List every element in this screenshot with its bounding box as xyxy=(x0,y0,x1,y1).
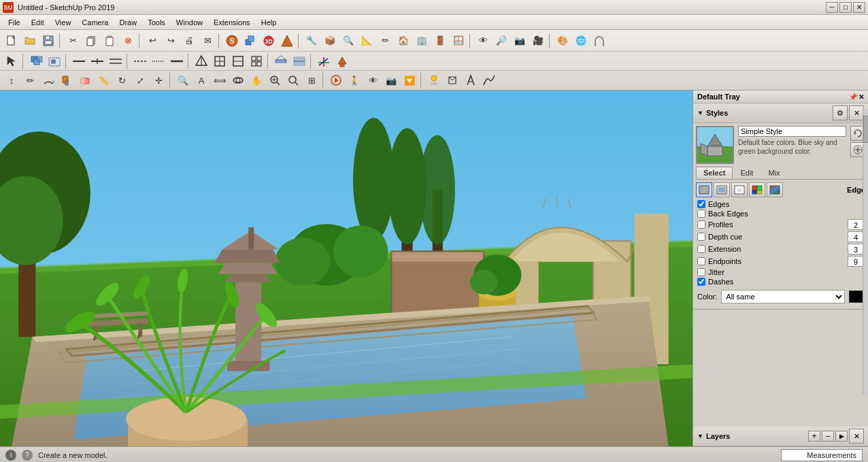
model-info-button[interactable]: S xyxy=(223,33,241,49)
back-edges-checkbox[interactable] xyxy=(697,210,705,218)
style-btn-2[interactable]: 🌐 xyxy=(572,33,590,49)
arc-tool[interactable] xyxy=(39,72,57,88)
tb-btn-11[interactable]: 🏢 xyxy=(413,33,431,49)
menu-draw[interactable]: Draw xyxy=(114,17,142,28)
paint-bucket-btn[interactable] xyxy=(333,53,351,69)
extension-checkbox[interactable] xyxy=(697,245,705,253)
camera-btn-2[interactable]: 🔎 xyxy=(493,33,510,49)
measurements-box[interactable]: Measurements xyxy=(781,449,863,461)
tb-btn-5[interactable]: 🔧 xyxy=(303,33,320,49)
depth-cue-label[interactable]: Depth cue xyxy=(708,233,845,241)
window-controls[interactable]: ─ □ ✕ xyxy=(826,2,865,13)
dotted-line-2[interactable] xyxy=(150,53,167,69)
jitter-checkbox[interactable] xyxy=(697,268,705,276)
tb-btn-8[interactable]: 📐 xyxy=(358,33,375,49)
eraser-tool[interactable] xyxy=(76,72,94,88)
menu-file[interactable]: File xyxy=(3,17,26,28)
paint-tool[interactable] xyxy=(58,72,76,88)
component-icon[interactable] xyxy=(27,53,45,69)
edge-icon-modeling[interactable] xyxy=(749,182,765,197)
layers-detail-button[interactable]: ▶ xyxy=(835,431,848,442)
menu-help[interactable]: Help xyxy=(256,17,282,28)
toolbar-extra-2[interactable] xyxy=(480,72,498,88)
profiles-label[interactable]: Profiles xyxy=(708,220,845,229)
view-btn-2[interactable] xyxy=(211,53,229,69)
section-btn-1[interactable] xyxy=(272,53,290,69)
tb-btn-10[interactable]: 🏠 xyxy=(395,33,412,49)
info-icon[interactable]: i xyxy=(5,450,16,461)
shadow-btn[interactable] xyxy=(425,72,443,88)
move-tool[interactable]: ✛ xyxy=(150,72,167,88)
camera-btn-4[interactable]: 🎥 xyxy=(529,33,547,49)
line-style-2[interactable] xyxy=(88,53,106,69)
print-button[interactable]: 🖨 xyxy=(180,33,198,49)
component-button[interactable] xyxy=(241,33,259,49)
erase-button[interactable]: ⊗ xyxy=(119,33,137,49)
tray-close-button[interactable]: ✕ xyxy=(858,93,864,101)
arch-button[interactable] xyxy=(590,33,608,49)
tb-btn-9[interactable]: ✏ xyxy=(376,33,394,49)
layers-controls[interactable]: + − ▶ ✕ xyxy=(808,429,864,444)
tab-edit[interactable]: Edit xyxy=(733,167,761,179)
style-btn-1[interactable]: 🎨 xyxy=(554,33,571,49)
text-tool[interactable]: A xyxy=(193,72,210,88)
menu-window[interactable]: Window xyxy=(171,17,208,28)
view-btn-3[interactable] xyxy=(229,53,247,69)
tray-controls[interactable]: 📌 ✕ xyxy=(849,93,864,101)
open-button[interactable] xyxy=(21,33,39,49)
camera-btn-1[interactable]: 👁 xyxy=(474,33,492,49)
view-btn-1[interactable] xyxy=(193,53,210,69)
endpoints-checkbox[interactable] xyxy=(697,257,705,265)
edge-icon-faces[interactable] xyxy=(696,182,712,197)
styles-panel-header[interactable]: ▼ Styles ⚙ ✕ xyxy=(693,103,868,123)
redo-button[interactable]: ↪ xyxy=(162,33,180,49)
help-icon[interactable]: ? xyxy=(22,450,33,461)
cut-button[interactable]: ✂ xyxy=(64,33,82,49)
tb-btn-6[interactable]: 📦 xyxy=(321,33,339,49)
color-swatch[interactable] xyxy=(849,291,864,303)
toolbar-extra-1[interactable] xyxy=(462,72,480,88)
tray-pin-button[interactable]: 📌 xyxy=(849,93,857,101)
menu-edit[interactable]: Edit xyxy=(26,17,50,28)
extension-warehouse-button[interactable] xyxy=(278,33,296,49)
layers-remove-button[interactable]: − xyxy=(822,431,834,442)
minimize-button[interactable]: ─ xyxy=(826,2,838,13)
edge-icon-watermark[interactable]: W xyxy=(731,182,748,197)
jitter-label[interactable]: Jitter xyxy=(708,268,864,276)
styles-options-button[interactable]: ⚙ xyxy=(833,105,848,120)
zoom-window-tool[interactable]: ⊞ xyxy=(303,72,320,88)
axes-btn[interactable] xyxy=(315,53,333,69)
dotted-line-1[interactable] xyxy=(131,53,149,69)
magnify-tool[interactable]: 🔍 xyxy=(174,72,192,88)
solid-line[interactable] xyxy=(168,53,186,69)
edge-icon-color[interactable] xyxy=(767,182,783,197)
section-btn-2[interactable] xyxy=(290,53,308,69)
scrollbar-thumb[interactable] xyxy=(863,116,868,143)
walkthrough-btn[interactable] xyxy=(444,72,461,88)
menu-view[interactable]: View xyxy=(50,17,77,28)
position-camera-tool[interactable]: 📷 xyxy=(382,72,400,88)
profiles-checkbox[interactable] xyxy=(697,220,705,229)
group-icon[interactable] xyxy=(46,53,63,69)
tab-mix[interactable]: Mix xyxy=(761,167,787,179)
layers-header[interactable]: ▼ Layers + − ▶ ✕ xyxy=(693,427,868,446)
line-style-1[interactable] xyxy=(70,53,88,69)
3dwarehouse-button[interactable]: 3D xyxy=(260,33,278,49)
maximize-button[interactable]: □ xyxy=(839,2,852,13)
menu-extensions[interactable]: Extensions xyxy=(208,17,256,28)
email-button[interactable]: ✉ xyxy=(199,33,216,49)
rotate-tool[interactable]: ↻ xyxy=(113,72,131,88)
dimension-tool[interactable]: ⟺ xyxy=(211,72,229,88)
camera-btn-3[interactable]: 📷 xyxy=(511,33,529,49)
dashes-label[interactable]: Dashes xyxy=(708,278,864,286)
save-button[interactable] xyxy=(39,33,57,49)
endpoints-label[interactable]: Endpoints xyxy=(708,257,845,265)
line-style-3[interactable] xyxy=(107,53,124,69)
push-pull-tool[interactable]: ↕ xyxy=(3,72,20,88)
walk-tool[interactable]: 🚶 xyxy=(346,72,363,88)
orbit-tool[interactable] xyxy=(229,72,247,88)
view-btn-4[interactable] xyxy=(248,53,265,69)
menu-tools[interactable]: Tools xyxy=(142,17,171,28)
previous-tool[interactable] xyxy=(327,72,345,88)
style-name-input[interactable] xyxy=(738,126,846,137)
